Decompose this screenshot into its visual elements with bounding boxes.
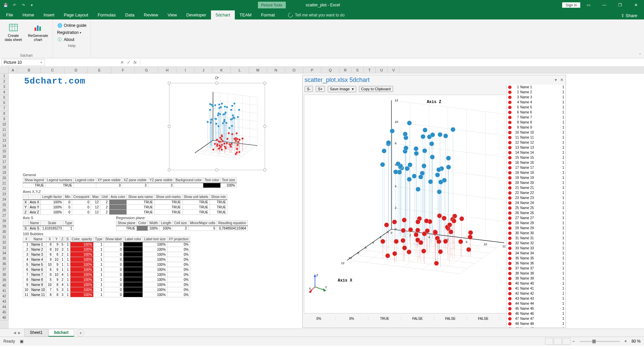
legend-item[interactable]: 45Name 451 bbox=[507, 306, 566, 311]
col-header-A[interactable]: A bbox=[9, 67, 17, 73]
col-header-V[interactable]: V bbox=[388, 67, 400, 73]
row-header-13[interactable]: 13 bbox=[0, 138, 9, 143]
cell[interactable]: 1 bbox=[94, 267, 104, 272]
sheet-body[interactable]: 5dchart.com ⟳ General Show legendLegend … bbox=[9, 73, 644, 329]
legend-item[interactable]: 14Name 141 bbox=[507, 150, 566, 155]
cell[interactable]: 0 bbox=[104, 267, 123, 272]
cell[interactable]: 10 bbox=[46, 262, 53, 267]
create-datasheet-button[interactable]: Create data sheet bbox=[3, 21, 24, 53]
cell[interactable]: 1 bbox=[65, 267, 70, 272]
cell[interactable]: 1 bbox=[65, 282, 70, 287]
cell[interactable]: 5 bbox=[60, 242, 65, 247]
zoom-slider[interactable] bbox=[580, 341, 620, 342]
cell[interactable]: 8 bbox=[53, 252, 60, 257]
cell[interactable]: TRUE bbox=[182, 210, 210, 215]
row-header-38[interactable]: 38 bbox=[0, 272, 9, 278]
col-header-U[interactable]: U bbox=[376, 67, 388, 73]
cell[interactable]: 6 bbox=[53, 267, 60, 272]
row-header-26[interactable]: 26 bbox=[0, 208, 9, 213]
col-header-C[interactable]: C bbox=[41, 67, 64, 73]
cell[interactable]: 100% bbox=[143, 292, 167, 297]
cell[interactable]: TRUE bbox=[45, 183, 73, 188]
cell[interactable]: 5 bbox=[23, 262, 30, 267]
cell[interactable]: 100% bbox=[70, 267, 94, 272]
cell[interactable]: 1 bbox=[94, 277, 104, 282]
cell[interactable]: Name 11 bbox=[30, 292, 47, 297]
legend-item[interactable]: 2Name 21 bbox=[507, 90, 566, 95]
cell[interactable]: 0% bbox=[167, 292, 190, 297]
cell[interactable]: 9 bbox=[23, 282, 30, 287]
cell[interactable] bbox=[137, 226, 148, 231]
cell[interactable]: 8 bbox=[23, 277, 30, 282]
cell[interactable]: 9 bbox=[53, 242, 60, 247]
row-header-36[interactable]: 36 bbox=[0, 261, 9, 267]
cell[interactable]: 1 bbox=[65, 242, 70, 247]
cell[interactable]: 6 bbox=[23, 267, 30, 272]
col-header-I[interactable]: I bbox=[176, 67, 195, 73]
cell[interactable]: 2 bbox=[100, 200, 109, 205]
row-header-40[interactable]: 40 bbox=[0, 283, 9, 288]
cell[interactable]: 0 bbox=[63, 205, 72, 210]
cell[interactable]: 0% bbox=[167, 247, 190, 252]
row-header-24[interactable]: 24 bbox=[0, 197, 9, 202]
cell[interactable]: 100% bbox=[143, 242, 167, 247]
namebox-dropdown-icon[interactable]: ▼ bbox=[40, 61, 43, 64]
row-header-17[interactable]: 17 bbox=[0, 159, 9, 165]
legend-item[interactable]: 17Name 171 bbox=[507, 165, 566, 170]
legend-item[interactable]: 21Name 211 bbox=[507, 185, 566, 190]
cell[interactable]: Y bbox=[23, 205, 29, 210]
scale-plus-button[interactable]: S+ bbox=[316, 86, 325, 92]
legend-item[interactable]: 12Name 121 bbox=[507, 140, 566, 145]
legend-item[interactable]: 8Name 81 bbox=[507, 120, 566, 125]
legend-item[interactable]: 11Name 111 bbox=[507, 135, 566, 140]
legend-item[interactable]: 37Name 371 bbox=[507, 266, 566, 271]
cell[interactable]: 1 bbox=[23, 242, 30, 247]
row-header-35[interactable]: 35 bbox=[0, 256, 9, 261]
row-header-44[interactable]: 44 bbox=[0, 304, 9, 310]
cell[interactable]: 2 bbox=[100, 210, 109, 215]
legend-item[interactable]: 24Name 241 bbox=[507, 200, 566, 205]
cell[interactable]: 0% bbox=[167, 277, 190, 282]
cell[interactable]: 100% bbox=[143, 267, 167, 272]
cell[interactable]: 5 bbox=[189, 226, 217, 231]
col-header-F[interactable]: F bbox=[111, 67, 135, 73]
cell[interactable]: 10 bbox=[23, 287, 30, 292]
legend-item[interactable]: 9Name 91 bbox=[507, 125, 566, 130]
cell[interactable] bbox=[174, 183, 203, 188]
tab-scroll-right-icon[interactable]: ▶ bbox=[18, 331, 21, 335]
cell[interactable]: 10 bbox=[53, 257, 60, 262]
select-all-corner[interactable] bbox=[0, 67, 9, 73]
formula-input[interactable] bbox=[140, 59, 644, 66]
legend-item[interactable]: 18Name 181 bbox=[507, 170, 566, 175]
row-header-11[interactable]: 11 bbox=[0, 127, 9, 133]
legend-item[interactable]: 7Name 71 bbox=[507, 115, 566, 120]
col-header-G[interactable]: G bbox=[135, 67, 158, 73]
cell[interactable]: 2 bbox=[60, 277, 65, 282]
row-header-30[interactable]: 30 bbox=[0, 229, 9, 235]
cancel-formula-icon[interactable]: ✕ bbox=[120, 60, 123, 65]
macro-record-icon[interactable]: ▣ bbox=[20, 339, 23, 344]
name-box[interactable]: Picture 10 ▼ bbox=[1, 59, 45, 66]
legend-item[interactable]: 49Name 491 bbox=[507, 326, 566, 328]
cell[interactable] bbox=[123, 252, 143, 257]
cell[interactable]: TRUE bbox=[154, 210, 182, 215]
share-button[interactable]: ⇪ Share bbox=[618, 12, 641, 19]
redo-icon[interactable]: ↷ bbox=[19, 1, 27, 9]
resize-handle[interactable] bbox=[263, 168, 266, 171]
col-header-D[interactable]: D bbox=[64, 67, 88, 73]
row-header-18[interactable]: 18 bbox=[0, 165, 9, 170]
row-header-19[interactable]: 19 bbox=[0, 170, 9, 176]
row-header-32[interactable]: 32 bbox=[0, 240, 9, 245]
cell[interactable]: 0 bbox=[104, 272, 123, 277]
legend-item[interactable]: 40Name 401 bbox=[507, 281, 566, 286]
row-header-39[interactable]: 39 bbox=[0, 278, 9, 283]
row-header-1[interactable]: 1 bbox=[0, 73, 9, 79]
row-header-28[interactable]: 28 bbox=[0, 218, 9, 224]
cell[interactable]: 12 bbox=[91, 205, 100, 210]
minimize-icon[interactable]: — bbox=[597, 0, 612, 10]
cell[interactable]: TRUE bbox=[127, 205, 154, 210]
row-header-33[interactable]: 33 bbox=[0, 245, 9, 251]
row-header-8[interactable]: 8 bbox=[0, 111, 9, 116]
cell[interactable]: 8 bbox=[46, 272, 53, 277]
cell[interactable]: 1 bbox=[94, 257, 104, 262]
